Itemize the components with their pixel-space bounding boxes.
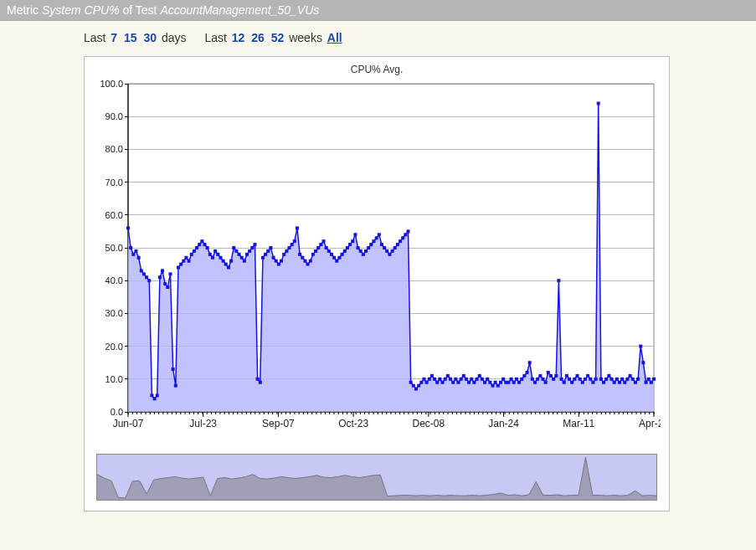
svg-rect-335 (554, 374, 558, 378)
svg-rect-200 (198, 243, 201, 246)
range-7-days[interactable]: 7 (111, 31, 117, 44)
svg-rect-351 (597, 102, 600, 105)
svg-text:100.0: 100.0 (100, 79, 123, 89)
svg-rect-277 (401, 236, 404, 239)
svg-rect-220 (250, 246, 254, 249)
main-chart[interactable]: 0.010.020.030.040.050.060.070.080.090.01… (91, 79, 661, 430)
svg-rect-330 (541, 378, 544, 381)
svg-rect-305 (476, 378, 479, 381)
svg-rect-276 (399, 239, 402, 243)
svg-rect-325 (528, 361, 532, 364)
metric-label: Metric (7, 3, 39, 17)
svg-text:10.0: 10.0 (105, 374, 123, 384)
svg-rect-188 (166, 285, 169, 289)
svg-rect-287 (428, 378, 431, 381)
svg-rect-278 (404, 233, 407, 236)
svg-rect-355 (607, 374, 610, 378)
svg-rect-174 (129, 246, 132, 249)
svg-rect-363 (629, 374, 632, 378)
svg-text:Dec-08: Dec-08 (413, 418, 445, 429)
metric-name: System CPU% (42, 3, 120, 17)
svg-rect-185 (158, 275, 162, 279)
svg-rect-309 (486, 378, 489, 381)
svg-rect-340 (568, 378, 571, 381)
svg-rect-199 (195, 246, 198, 249)
svg-rect-240 (303, 260, 306, 263)
range-26-weeks[interactable]: 26 (251, 31, 265, 44)
svg-text:Jan-24: Jan-24 (488, 418, 519, 429)
svg-rect-235 (291, 243, 294, 246)
svg-rect-197 (190, 253, 193, 256)
svg-rect-268 (378, 233, 381, 236)
svg-rect-364 (631, 378, 635, 381)
svg-rect-202 (203, 243, 207, 246)
svg-rect-215 (238, 253, 241, 256)
svg-text:90.0: 90.0 (105, 111, 123, 121)
svg-rect-361 (623, 381, 626, 384)
range-bar: Last 7 15 30 days Last 12 26 52 weeks Al… (0, 21, 756, 51)
svg-rect-206 (213, 249, 217, 253)
range-12-weeks[interactable]: 12 (232, 31, 245, 44)
svg-rect-353 (602, 381, 605, 384)
svg-rect-228 (272, 256, 275, 260)
range-52-weeks[interactable]: 52 (271, 31, 285, 44)
svg-text:50.0: 50.0 (105, 243, 123, 253)
svg-rect-212 (229, 260, 233, 263)
svg-rect-259 (353, 233, 357, 236)
svg-rect-256 (346, 246, 349, 249)
svg-rect-292 (441, 381, 445, 384)
overview-chart[interactable] (96, 454, 657, 501)
svg-rect-299 (460, 378, 463, 381)
svg-rect-255 (343, 249, 347, 253)
svg-rect-209 (222, 260, 225, 263)
range-days-group: Last 7 15 30 days (84, 31, 187, 44)
svg-rect-254 (341, 253, 344, 256)
svg-rect-282 (414, 388, 418, 391)
svg-rect-194 (182, 260, 185, 263)
svg-rect-208 (219, 256, 222, 260)
svg-rect-219 (248, 249, 251, 253)
svg-rect-322 (520, 378, 523, 381)
svg-rect-323 (522, 374, 526, 378)
svg-rect-226 (266, 249, 270, 253)
svg-rect-203 (206, 246, 209, 249)
svg-text:Mar-11: Mar-11 (563, 418, 594, 429)
svg-rect-241 (306, 263, 310, 266)
svg-rect-180 (145, 275, 148, 279)
svg-rect-263 (364, 249, 368, 253)
svg-rect-218 (245, 253, 249, 256)
range-15-days[interactable]: 15 (124, 31, 137, 44)
svg-text:Oct-23: Oct-23 (338, 418, 368, 429)
svg-rect-229 (275, 260, 278, 263)
svg-rect-360 (620, 378, 624, 381)
range-30-days[interactable]: 30 (144, 31, 157, 44)
svg-rect-338 (563, 381, 566, 384)
svg-rect-336 (557, 279, 560, 282)
svg-rect-371 (650, 381, 653, 384)
svg-rect-250 (330, 253, 333, 256)
svg-rect-329 (538, 374, 542, 378)
range-all[interactable]: All (327, 31, 342, 44)
svg-rect-192 (177, 266, 180, 270)
svg-rect-312 (494, 381, 497, 384)
svg-rect-284 (419, 381, 423, 384)
svg-rect-248 (325, 246, 328, 249)
svg-rect-332 (547, 371, 550, 374)
svg-rect-308 (483, 381, 486, 384)
svg-rect-230 (277, 263, 280, 266)
svg-rect-344 (579, 378, 582, 381)
svg-rect-193 (179, 263, 183, 266)
svg-rect-370 (647, 378, 651, 381)
svg-rect-302 (467, 381, 471, 384)
svg-rect-319 (512, 381, 516, 384)
svg-rect-223 (259, 381, 262, 384)
svg-rect-320 (515, 378, 518, 381)
svg-rect-321 (517, 381, 521, 384)
svg-rect-236 (293, 239, 296, 243)
svg-rect-181 (147, 279, 151, 282)
svg-rect-285 (422, 378, 425, 381)
svg-rect-357 (613, 381, 616, 384)
svg-rect-367 (639, 345, 642, 348)
svg-rect-315 (501, 378, 505, 381)
svg-rect-246 (319, 243, 322, 246)
